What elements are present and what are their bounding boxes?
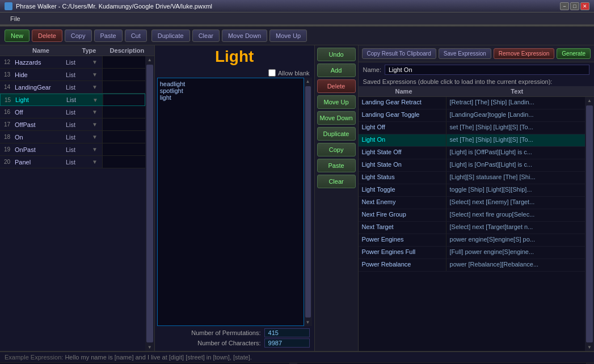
saved-row[interactable]: Next Enemy [Select] next [Enemy] [Target… — [359, 197, 585, 209]
name-input[interactable] — [385, 65, 589, 75]
permutations-info: Number of Permutations: 415 Number of Ch… — [155, 326, 314, 351]
paste-button[interactable]: Paste — [94, 29, 123, 42]
list-scroll-thumb[interactable] — [146, 65, 153, 342]
row-name: On — [12, 134, 64, 141]
saved-row[interactable]: Light State On [Light] is [OnPast][Light… — [359, 159, 585, 172]
duplicate-button[interactable]: Duplicate — [151, 29, 190, 42]
list-row[interactable]: 12 Hazzards List ▼ — [0, 56, 145, 69]
saved-row[interactable]: Landing Gear Retract [Retract] [The] [Sh… — [359, 97, 585, 109]
action-paste[interactable]: Paste — [317, 159, 356, 172]
text-item: light — [160, 94, 301, 101]
text-scroll-down[interactable]: ▼ — [304, 319, 312, 326]
saved-row[interactable]: Light State Off [Light] is [OffPast][Lig… — [359, 147, 585, 159]
col-header-type: Type — [69, 47, 109, 54]
save-expression-button[interactable]: Save Expression — [439, 48, 491, 59]
saved-row[interactable]: Light Off set [The] [Ship] [Light][S] [T… — [359, 122, 585, 134]
saved-row-text: set [The] [Ship] [Light][S] [To... — [446, 134, 585, 146]
row-type-arrow[interactable]: ▼ — [92, 71, 102, 78]
right-panel: Copy Result To Clipboard Save Expression… — [359, 45, 594, 351]
action-copy[interactable]: Copy — [317, 143, 356, 156]
clear-button[interactable]: Clear — [192, 29, 220, 42]
minimize-button[interactable]: − — [560, 2, 569, 10]
example-text: Hello my name is [name] and I live at [d… — [65, 354, 252, 361]
text-items-box[interactable]: headlightspotlightlight — [157, 78, 304, 326]
action-clear[interactable]: Clear — [317, 175, 356, 188]
row-number: 19 — [0, 146, 12, 153]
action-move-up[interactable]: Move Up — [317, 95, 356, 109]
list-row[interactable]: 19 OnPast List ▼ — [0, 143, 145, 156]
row-type: List — [64, 146, 92, 153]
row-type: List — [64, 121, 92, 128]
close-button[interactable]: ✕ — [580, 2, 589, 10]
text-scrollbar[interactable]: ▲ ▼ — [304, 78, 312, 326]
saved-row[interactable]: Light Status [Light][S] statusare [The] … — [359, 172, 585, 184]
row-number: 13 — [0, 71, 12, 78]
saved-scroll-down[interactable]: ▼ — [585, 344, 594, 351]
saved-row[interactable]: Next Fire Group [Select] next fire group… — [359, 209, 585, 222]
list-row[interactable]: 17 OffPast List ▼ — [0, 118, 145, 131]
main-content: Name Type Description 12 Hazzards List ▼… — [0, 45, 594, 351]
text-scroll-thumb[interactable] — [305, 86, 311, 318]
action-panel: Undo Add Delete Move Up Move Down Duplic… — [315, 45, 359, 351]
col-header-desc: Description — [109, 47, 145, 54]
row-type-arrow[interactable]: ▼ — [92, 109, 102, 115]
row-type: List — [64, 59, 92, 66]
saved-scroll-up[interactable]: ▲ — [585, 97, 594, 104]
list-row[interactable]: 16 Off List ▼ — [0, 106, 145, 118]
cut-button[interactable]: Cut — [125, 29, 147, 42]
saved-row-name: Light Toggle — [359, 184, 446, 196]
saved-scroll-thumb[interactable] — [586, 105, 593, 342]
row-type-arrow[interactable]: ▼ — [92, 159, 102, 165]
remove-expression-button[interactable]: Remove Expression — [494, 48, 554, 59]
copy-result-button[interactable]: Copy Result To Clipboard — [362, 48, 436, 59]
action-duplicate[interactable]: Duplicate — [317, 127, 356, 141]
action-add[interactable]: Add — [317, 64, 356, 77]
row-desc — [102, 118, 145, 130]
new-button[interactable]: New — [5, 29, 30, 42]
right-toolbar: Copy Result To Clipboard Save Expression… — [359, 45, 594, 62]
row-type-arrow[interactable]: ▼ — [92, 84, 102, 90]
list-scroll-down[interactable]: ▼ — [145, 344, 154, 351]
allow-blank-checkbox[interactable] — [268, 69, 276, 77]
row-desc — [102, 56, 145, 68]
row-type-arrow[interactable]: ▼ — [92, 121, 102, 128]
saved-row[interactable]: Landing Gear Toggle [LandingGear]toggle … — [359, 109, 585, 122]
row-number: 15 — [1, 97, 13, 103]
saved-rows-container: Landing Gear Retract [Retract] [The] [Sh… — [359, 97, 585, 351]
menu-file[interactable]: File — [5, 14, 26, 23]
list-row[interactable]: 15 Light List ▼ — [0, 94, 145, 106]
list-row[interactable]: 14 LandingGear List ▼ — [0, 81, 145, 94]
action-undo[interactable]: Undo — [317, 48, 356, 61]
saved-scrollbar[interactable]: ▲ ▼ — [585, 97, 594, 351]
saved-row[interactable]: Light On set [The] [Ship] [Light][S] [To… — [359, 134, 585, 147]
row-name: Hide — [12, 71, 64, 78]
action-delete[interactable]: Delete — [317, 79, 356, 93]
move-up-button[interactable]: Move Up — [269, 29, 307, 42]
text-scroll-up[interactable]: ▲ — [304, 78, 312, 85]
list-scroll-up[interactable]: ▲ — [145, 56, 154, 64]
list-scrollbar[interactable]: ▲ ▼ — [145, 56, 154, 351]
delete-button[interactable]: Delete — [32, 29, 62, 42]
list-row[interactable]: 18 On List ▼ — [0, 131, 145, 143]
list-row[interactable]: 20 Panel List ▼ — [0, 156, 145, 168]
move-down-button[interactable]: Move Down — [222, 29, 267, 42]
copy-button[interactable]: Copy — [65, 29, 92, 42]
phrase-title: Light — [157, 48, 312, 66]
row-type-arrow[interactable]: ▼ — [92, 97, 103, 103]
saved-row[interactable]: Power Rebalance power [Rebalance][Rebala… — [359, 259, 585, 272]
row-type-arrow[interactable]: ▼ — [92, 146, 102, 153]
saved-row[interactable]: Power Engines Full [Full] power engine[S… — [359, 247, 585, 259]
row-type-arrow[interactable]: ▼ — [92, 59, 102, 65]
list-row[interactable]: 13 Hide List ▼ — [0, 69, 145, 81]
saved-row[interactable]: Next Target [Select] next [Target]target… — [359, 222, 585, 234]
action-move-down[interactable]: Move Down — [317, 111, 356, 125]
row-type-arrow[interactable]: ▼ — [92, 134, 102, 140]
maximize-button[interactable]: □ — [570, 2, 579, 10]
saved-row-name: Next Enemy — [359, 197, 446, 209]
saved-row[interactable]: Light Toggle toggle [Ship] [Light][S][Sh… — [359, 184, 585, 197]
saved-row[interactable]: Power Engines power engine[S]engine[S] p… — [359, 234, 585, 247]
generate-button[interactable]: Generate — [557, 48, 591, 59]
saved-row-name: Next Fire Group — [359, 209, 446, 221]
saved-col-text: Text — [449, 86, 585, 96]
saved-row-text: [Select] next [Enemy] [Target... — [446, 197, 585, 209]
